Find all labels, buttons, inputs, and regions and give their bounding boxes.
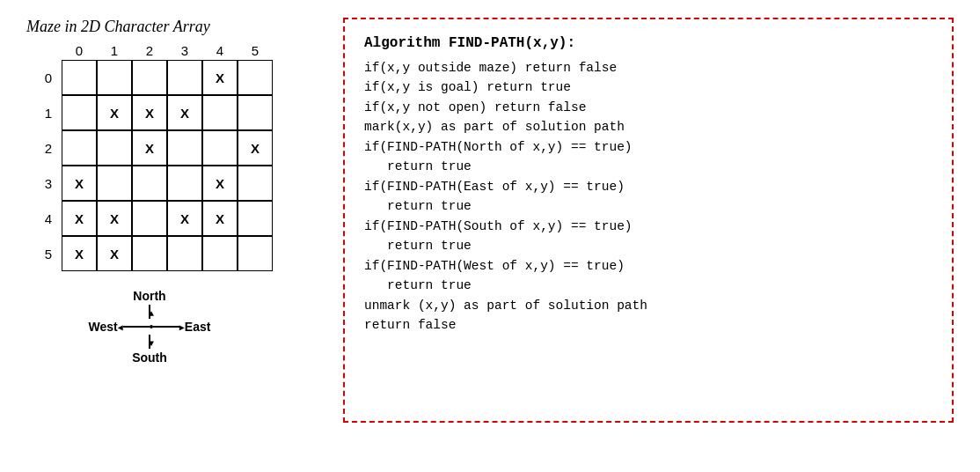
maze-cell [202,130,238,166]
maze-cell: X [202,166,238,201]
maze-grid: 0X1XXX2XX3XX4XXXX5XX [35,60,273,271]
maze-cell [238,166,273,201]
maze-title: Maze in 2D Character Array [26,18,210,36]
maze-row: 3XX [35,166,273,201]
algo-line: if(FIND-PATH(North of x,y) == true) [364,137,932,157]
maze-cell [97,60,132,95]
algo-line: return true [364,276,932,295]
maze-cell [167,60,202,95]
maze-cell: X [167,201,202,236]
maze-cell: X [132,130,167,166]
maze-cell [132,60,167,95]
maze-cell [62,130,97,166]
maze-cell: X [202,201,238,236]
row-header: 2 [35,141,62,156]
maze-cell [97,166,132,201]
row-header: 3 [35,176,62,191]
h-line-left [123,326,150,328]
algo-line: if(FIND-PATH(South of x,y) == true) [364,217,932,236]
maze-row: 0X [35,60,273,95]
algo-line: return true [364,157,932,176]
maze-cell [62,95,97,130]
south-arrow [149,335,150,349]
algo-line: return true [364,236,932,255]
algo-line: if(FIND-PATH(West of x,y) == true) [364,256,932,276]
algo-line: mark(x,y) as part of solution path [364,117,932,136]
maze-cell: X [202,60,238,95]
maze-cell: X [62,201,97,236]
maze-cell: X [97,236,132,271]
maze-cell: X [62,236,97,271]
maze-row: 2XX [35,130,273,166]
algorithm-title: Algorithm FIND-PATH(x,y): [364,35,932,51]
row-header: 5 [35,247,62,262]
algo-line: unmark (x,y) as part of solution path [364,296,932,315]
compass-north-label: North [133,289,165,303]
compass-east-label: East [185,320,211,334]
algo-line: if(FIND-PATH(East of x,y) == true) [364,177,932,196]
row-header: 0 [35,70,62,85]
row-header: 4 [35,211,62,226]
algorithm-panel: Algorithm FIND-PATH(x,y): if(x,y outside… [343,18,954,423]
algo-line: if(x,y outside maze) return false [364,58,932,77]
col-header: 4 [202,43,238,58]
north-arrow [149,305,150,319]
col-header: 0 [62,43,97,58]
row-header: 1 [35,106,62,121]
maze-cell [97,130,132,166]
maze-cell [202,95,238,130]
maze-cell [132,166,167,201]
col-headers: 012345 [62,43,273,58]
maze-cell [167,236,202,271]
maze-cell: X [132,95,167,130]
maze-cell: X [62,166,97,201]
maze-cell [238,236,273,271]
col-header: 2 [132,43,167,58]
compass-cross: West East [89,305,211,349]
col-header: 3 [167,43,202,58]
algorithm-lines: if(x,y outside maze) return falseif(x,y … [364,58,932,336]
maze-cell [132,236,167,271]
maze-row: 5XX [35,236,273,271]
algo-line: return false [364,315,932,335]
maze-cell [167,130,202,166]
compass-horizontal: West East [89,319,211,335]
h-line-right [153,326,179,328]
maze-cell [238,60,273,95]
maze-cell [238,95,273,130]
algo-line: if(x,y is goal) return true [364,77,932,97]
maze-cell [202,236,238,271]
maze-row: 4XXXX [35,201,273,236]
algo-line: return true [364,196,932,216]
maze-container: 012345 0X1XXX2XX3XX4XXXX5XX [35,43,273,271]
maze-cell [238,201,273,236]
maze-cell [167,166,202,201]
col-header: 1 [97,43,132,58]
maze-cell [132,201,167,236]
compass-south-label: South [132,350,167,365]
compass: North West East South [79,289,220,365]
maze-cell: X [167,95,202,130]
maze-cell: X [97,201,132,236]
left-panel: Maze in 2D Character Array 012345 0X1XXX… [26,18,308,365]
maze-cell: X [97,95,132,130]
maze-cell: X [238,130,273,166]
algo-line: if(x,y not open) return false [364,98,932,117]
maze-cell [62,60,97,95]
col-header: 5 [238,43,273,58]
maze-row: 1XXX [35,95,273,130]
compass-west-label: West [89,320,118,334]
